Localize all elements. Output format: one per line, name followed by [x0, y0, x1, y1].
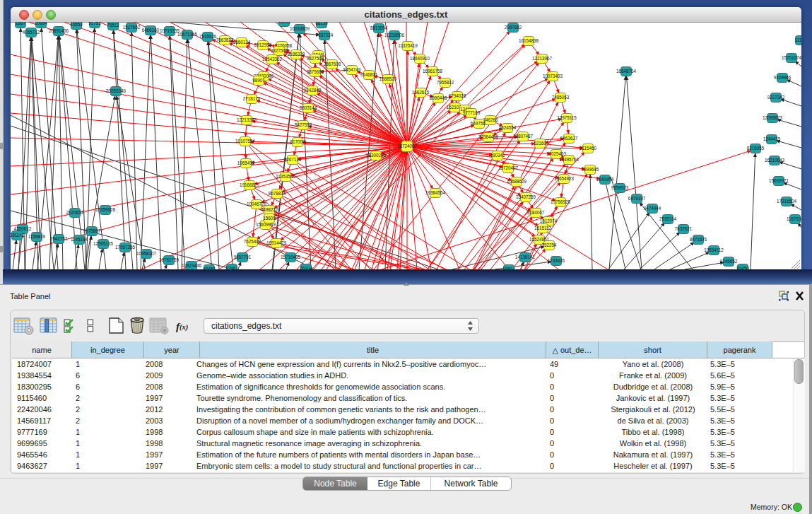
svg-text:6794028: 6794028 [449, 93, 466, 98]
svg-text:12213383: 12213383 [237, 117, 257, 122]
svg-text:20053346: 20053346 [106, 88, 126, 93]
svg-text:7485063: 7485063 [552, 95, 570, 100]
svg-text:10653: 10653 [70, 22, 83, 27]
svg-text:3875685: 3875685 [307, 69, 324, 74]
svg-text:8215955: 8215955 [747, 146, 765, 151]
svg-text:9327508: 9327508 [307, 56, 324, 61]
svg-text:10973493: 10973493 [543, 74, 563, 78]
svg-text:10807487: 10807487 [513, 134, 534, 139]
svg-text:9474444: 9474444 [644, 206, 661, 211]
svg-text:7663822: 7663822 [216, 37, 234, 42]
svg-text:16782759: 16782759 [159, 257, 180, 262]
svg-text:15716485: 15716485 [281, 255, 301, 259]
svg-text:9463627: 9463627 [560, 136, 578, 141]
svg-text:11123: 11123 [795, 37, 801, 42]
svg-text:16495794: 16495794 [559, 157, 579, 162]
svg-text:1612074: 1612074 [540, 218, 558, 223]
svg-text:16154838: 16154838 [519, 38, 539, 43]
svg-text:7632621: 7632621 [675, 226, 693, 231]
svg-text:2718170: 2718170 [243, 96, 261, 101]
svg-text:16543362: 16543362 [262, 57, 283, 62]
svg-text:8471676: 8471676 [690, 237, 707, 242]
svg-text:12923446: 12923446 [182, 263, 202, 268]
svg-text:6466160: 6466160 [142, 28, 160, 33]
svg-text:7625402: 7625402 [244, 239, 261, 244]
svg-text:18724007: 18724007 [397, 144, 418, 148]
svg-text:9358923: 9358923 [611, 185, 629, 190]
svg-text:8660124: 8660124 [233, 40, 251, 45]
svg-text:2020653: 2020653 [66, 210, 84, 215]
svg-text:11353594: 11353594 [276, 174, 295, 179]
svg-text:17016504: 17016504 [777, 199, 797, 204]
svg-text:1640954: 1640954 [596, 177, 614, 182]
svg-text:16914479: 16914479 [266, 240, 287, 245]
svg-text:18407289: 18407289 [516, 194, 536, 199]
svg-text:1244415: 1244415 [763, 136, 781, 141]
svg-text:190341: 190341 [490, 153, 505, 158]
svg-text:14136141: 14136141 [515, 255, 536, 259]
svg-text:1145194: 1145194 [71, 237, 88, 242]
svg-text:12975115: 12975115 [557, 115, 577, 120]
svg-text:1156819: 1156819 [28, 234, 46, 239]
svg-text:9857791: 9857791 [234, 255, 252, 259]
svg-text:19756928: 19756928 [551, 199, 571, 204]
svg-text:252254: 252254 [541, 243, 557, 247]
svg-text:9329966: 9329966 [774, 75, 792, 80]
svg-text:391141: 391141 [11, 233, 25, 238]
svg-text:8912954: 8912954 [254, 42, 272, 47]
svg-text:2087682: 2087682 [505, 25, 522, 30]
svg-text:15751074: 15751074 [782, 55, 801, 60]
svg-text:12505135: 12505135 [93, 241, 114, 246]
svg-text:3624554: 3624554 [499, 125, 517, 130]
svg-text:7515526: 7515526 [199, 34, 217, 39]
svg-text:8454749: 8454749 [343, 67, 361, 72]
svg-text:8813054: 8813054 [370, 25, 388, 30]
svg-text:10025463: 10025463 [546, 151, 567, 156]
svg-text:7955812: 7955812 [437, 80, 454, 85]
svg-text:10654112: 10654112 [704, 247, 724, 252]
svg-text:20894: 20894 [35, 22, 47, 25]
svg-text:8186328: 8186328 [288, 52, 305, 57]
svg-text:15609: 15609 [263, 216, 276, 221]
svg-text:19814: 19814 [502, 267, 515, 269]
svg-text:88139: 88139 [315, 22, 328, 25]
svg-text:18640910: 18640910 [410, 56, 430, 61]
svg-text:10107554: 10107554 [235, 139, 256, 144]
svg-text:20691406: 20691406 [49, 28, 69, 33]
svg-text:19218506: 19218506 [384, 33, 405, 37]
svg-text:8678834: 8678834 [269, 191, 286, 196]
svg-text:20364456: 20364456 [478, 134, 499, 139]
svg-text:16961758: 16961758 [423, 69, 443, 74]
svg-text:1615112: 1615112 [534, 226, 552, 230]
svg-text:2942757: 2942757 [50, 236, 68, 241]
svg-text:746266: 746266 [483, 117, 498, 122]
svg-text:98901: 98901 [252, 78, 265, 83]
svg-text:91751: 91751 [88, 22, 101, 25]
svg-text:19166827: 19166827 [240, 182, 260, 187]
svg-text:2803144: 2803144 [300, 105, 317, 110]
svg-text:10958107: 10958107 [136, 251, 157, 256]
svg-text:10671365: 10671365 [177, 32, 198, 37]
svg-text:76512: 76512 [107, 23, 119, 28]
svg-text:92450: 92450 [203, 267, 216, 269]
svg-text:19654923: 19654923 [554, 176, 575, 181]
svg-text:9115460: 9115460 [579, 146, 597, 151]
svg-text:8990448: 8990448 [430, 95, 447, 100]
svg-text:9777169: 9777169 [463, 110, 481, 115]
svg-text:18300295: 18300295 [366, 153, 387, 158]
svg-text:16648764: 16648764 [616, 69, 637, 74]
svg-text:7357224: 7357224 [316, 33, 334, 37]
svg-text:10046728: 10046728 [247, 201, 267, 206]
svg-text:16210643: 16210643 [765, 158, 785, 163]
svg-text:9327505: 9327505 [271, 48, 288, 53]
svg-text:9245652: 9245652 [720, 259, 738, 264]
svg-text:15720407: 15720407 [498, 165, 519, 170]
svg-text:11325419: 11325419 [398, 43, 418, 48]
svg-text:1167534: 1167534 [787, 216, 801, 221]
svg-text:1588520: 1588520 [379, 76, 397, 81]
svg-text:9899695: 9899695 [582, 167, 599, 172]
svg-text:1733426: 1733426 [548, 258, 565, 263]
svg-text:9242848: 9242848 [304, 88, 322, 93]
svg-text:17359928: 17359928 [95, 207, 116, 212]
svg-text:9975867: 9975867 [83, 228, 101, 233]
